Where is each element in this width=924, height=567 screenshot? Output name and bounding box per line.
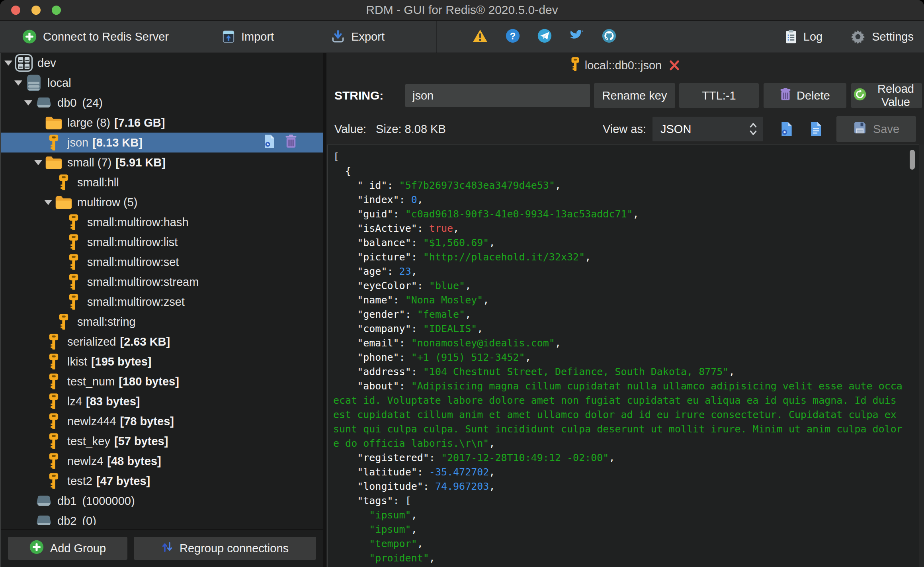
tree-item-test-num[interactable]: test_num[180 bytes] [1,371,323,391]
tree-item-serialized[interactable]: serialized[2.63 KB] [1,332,323,352]
code-line: "company": "IDEALIS", [333,322,919,336]
tree-item-lkist[interactable]: lkist[195 bytes] [1,352,323,371]
open-key-in-new-tab-icon[interactable] [264,134,275,151]
tree-item-small-multirow-hash[interactable]: small:multirow:hash [1,212,323,232]
view-raw-value-icon[interactable] [805,121,827,137]
regroup-arrows-icon [161,541,173,556]
add-group-button[interactable]: Add Group [8,537,127,560]
code-line: [ [333,150,919,164]
connect-button-label: Connect to Redis Server [43,30,169,43]
zoom-window-button[interactable] [52,6,61,15]
tree-item-label: lz4 [67,395,82,408]
app-window: RDM - GUI for Redis® 2020.5.0-dev Connec… [0,0,924,567]
expand-arrow-icon[interactable] [34,153,44,172]
tree-item-small-multirow-set[interactable]: small:multirow:set [1,252,323,272]
regroup-connections-button[interactable]: Regroup connections [134,537,316,560]
arrow-spacer [54,252,64,272]
tree-item-newlz444[interactable]: newlz444[78 bytes] [1,411,323,431]
delete-key-icon[interactable] [285,134,297,151]
tree-item-dev[interactable]: dev [1,53,323,73]
tree-item-label: test2 [67,475,92,488]
editor-scrollbar-thumb[interactable] [910,150,915,170]
arrow-spacer [34,113,44,133]
tree-item-db0[interactable]: db0(24) [1,93,323,113]
tree-item-db2[interactable]: db2(0) [1,511,323,525]
export-button[interactable]: Export [331,30,385,43]
tree-item-size: [48 bytes] [107,455,161,468]
svg-text:?: ? [510,31,516,41]
sidebar-actions-bar: Add Group Regroup connections [1,529,323,567]
tree-item-small-multirow-stream[interactable]: small:multirow:stream [1,272,323,292]
tree-item-small-string[interactable]: small:string [1,312,323,332]
tree-item-count: (24) [82,96,103,109]
tree-item-test2[interactable]: test2[47 bytes] [1,471,323,491]
save-button[interactable]: Save [836,116,916,142]
db-icon [34,495,53,507]
tree-item-label: db0 [57,96,76,109]
key-icon [64,254,83,270]
import-button[interactable]: Import [222,30,274,43]
tree-item-large-8[interactable]: large (8)[7.16 GB] [1,113,323,133]
db-icon [34,515,53,525]
key-icon [44,453,63,469]
delete-key-button[interactable]: Delete [764,83,846,108]
tree-item-size: [5.91 KB] [115,156,166,169]
arrow-spacer [34,451,44,471]
code-line: "ipsum", [333,522,919,537]
telegram-icon[interactable] [537,29,552,45]
close-tab-icon[interactable] [669,60,680,71]
code-line: "email": "nonamosley@idealis.com", [333,336,919,350]
panel-splitter[interactable] [323,53,326,567]
tree-item-small-hll[interactable]: small:hll [1,172,323,192]
tree-item-db1[interactable]: db1(1000000) [1,491,323,511]
rename-key-button[interactable]: Rename key [594,83,675,108]
tree-item-label: newlz4 [67,455,103,468]
arrow-spacer [54,292,64,312]
key-icon [44,353,63,370]
code-line: "tempor", [333,537,919,551]
minimize-window-button[interactable] [31,6,41,15]
expand-arrow-icon[interactable] [14,73,24,93]
arrow-spacer [44,312,54,332]
tree-item-json[interactable]: json[8.13 KB] [1,133,323,153]
toolbar-separator [436,21,437,53]
expand-arrow-icon[interactable] [44,192,54,212]
key-name-input[interactable] [405,84,590,107]
value-editor[interactable]: [ { "_id": "5f7b26973c483ea3479d4e53", "… [327,145,919,567]
key-icon [44,433,63,450]
tree-item-label: dev [37,57,56,70]
tree-item-small-multirow-zset[interactable]: small:multirow:zset [1,292,323,312]
view-mode-select[interactable]: JSON [652,117,763,141]
tree-item-small-7[interactable]: small (7)[5.91 KB] [1,153,323,172]
github-icon[interactable] [602,29,616,45]
settings-button[interactable]: Settings [850,29,914,44]
selected-row-actions [264,133,297,153]
open-value-in-editor-icon[interactable] [776,121,797,137]
tab-local-db0-json[interactable]: local::db0::json [570,57,680,74]
tree-item-label: newlz444 [67,415,116,428]
tree-item-local[interactable]: local [1,73,323,93]
gear-icon [850,29,865,44]
connect-to-redis-server-button[interactable]: Connect to Redis Server [22,29,169,44]
tree-item-newlz4[interactable]: newlz4[48 bytes] [1,451,323,471]
warning-icon[interactable] [472,29,488,45]
key-icon [44,134,63,151]
twitter-icon[interactable] [569,29,584,44]
code-line: sunt qui culpa culpa. Sunt incididunt cu… [333,422,919,436]
tree-item-small-multirow-list[interactable]: small:multirow:list [1,232,323,252]
ttl-button[interactable]: TTL:-1 [679,83,759,108]
expand-arrow-icon[interactable] [24,93,34,113]
log-button[interactable]: Log [785,29,822,44]
tree-item-test-key[interactable]: test_key[57 bytes] [1,431,323,451]
reload-value-button[interactable]: Reload Value [851,83,922,108]
rename-key-label: Rename key [602,89,667,102]
help-icon[interactable]: ? [506,29,520,45]
arrow-spacer [54,272,64,292]
expand-arrow-icon[interactable] [4,53,14,73]
tree-item-multirow-5[interactable]: multirow (5) [1,192,323,212]
tree-item-lz4[interactable]: lz4[83 bytes] [1,391,323,411]
code-line: "proident", [333,551,919,565]
ttl-label: TTL:-1 [702,89,736,102]
server-icon [24,74,43,92]
close-window-button[interactable] [11,6,20,15]
